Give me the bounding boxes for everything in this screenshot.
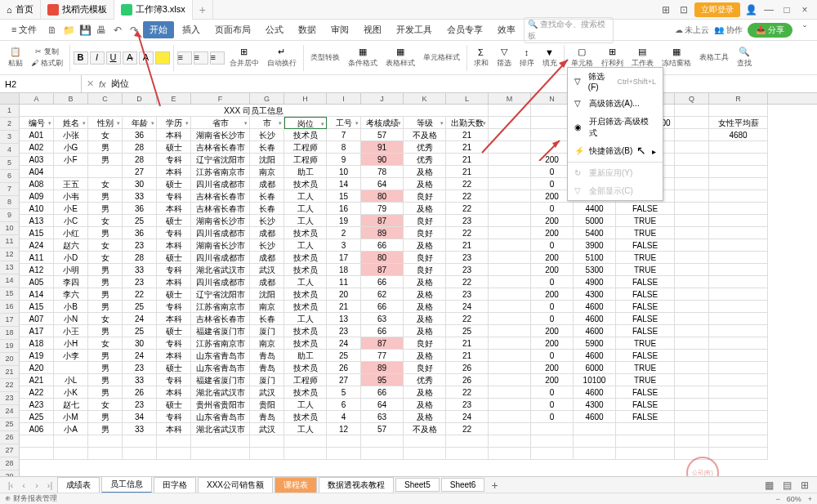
data-cell[interactable]: 21 — [446, 350, 489, 362]
data-cell[interactable]: 本科 — [157, 386, 191, 399]
data-cell[interactable]: 80 — [361, 190, 404, 203]
data-cell[interactable] — [489, 215, 531, 227]
sheet-tab-2[interactable]: 员工信息 — [101, 476, 152, 493]
data-cell[interactable]: 男 — [88, 325, 123, 337]
select-all[interactable] — [0, 93, 20, 104]
data-cell[interactable]: 南京 — [250, 166, 284, 178]
data-cell[interactable]: 女 — [88, 239, 123, 252]
data-cell[interactable]: 本科 — [157, 350, 191, 362]
data-cell[interactable]: 8 — [327, 141, 361, 154]
data-cell[interactable]: 小红 — [54, 227, 88, 239]
data-cell[interactable]: 25 — [123, 215, 157, 227]
data-cell[interactable]: 200 — [531, 288, 574, 301]
data-cell[interactable]: 30 — [123, 337, 157, 350]
row-header[interactable]: 22 — [0, 379, 20, 392]
data-cell[interactable]: 沈阳 — [250, 154, 284, 166]
strike-button[interactable]: A̶ — [123, 51, 137, 65]
header-cell[interactable]: 学历 — [157, 117, 191, 129]
data-cell[interactable]: 23 — [327, 325, 361, 337]
data-cell[interactable]: 技术员 — [284, 129, 327, 141]
col-header-C[interactable]: C — [88, 93, 123, 104]
data-cell[interactable]: 0 — [531, 301, 574, 313]
data-cell[interactable]: 89 — [361, 362, 404, 374]
header-cell[interactable]: 编号 — [20, 117, 54, 129]
data-cell[interactable]: 男 — [88, 203, 123, 215]
data-cell[interactable]: 22 — [446, 227, 489, 239]
data-cell[interactable]: 及格 — [404, 301, 446, 313]
data-cell[interactable]: 15 — [327, 190, 361, 203]
data-cell[interactable]: 10 — [327, 166, 361, 178]
data-cell[interactable]: 4600 — [574, 313, 616, 325]
data-cell[interactable] — [675, 313, 709, 325]
data-cell[interactable]: 200 — [531, 215, 574, 227]
data-cell[interactable]: TRUE — [616, 264, 675, 276]
data-cell[interactable]: 本科 — [157, 166, 191, 178]
data-cell[interactable]: 28 — [123, 154, 157, 166]
row-header[interactable]: 7 — [0, 183, 20, 196]
data-cell[interactable]: 小G — [54, 141, 88, 154]
data-cell[interactable]: 18 — [327, 264, 361, 276]
tab-template[interactable]: 找稻壳模板 — [41, 0, 114, 20]
row-header[interactable]: 25 — [0, 418, 20, 431]
data-cell[interactable]: 小B — [54, 301, 88, 313]
menu-formula[interactable]: 公式 — [259, 21, 290, 38]
data-cell[interactable]: 66 — [361, 301, 404, 313]
data-cell[interactable]: A18 — [20, 337, 54, 350]
data-cell[interactable]: 20 — [327, 288, 361, 301]
tool-cond[interactable]: ▦条件格式 — [345, 47, 381, 69]
data-cell[interactable]: 硕士 — [157, 141, 191, 154]
data-cell[interactable]: 技术员 — [284, 325, 327, 337]
data-cell[interactable]: FALSE — [616, 399, 675, 411]
tool-paste[interactable]: 📋粘贴 — [5, 47, 26, 69]
data-cell[interactable]: 湖南省长沙市 — [191, 239, 250, 252]
data-cell[interactable]: 男 — [88, 374, 123, 386]
data-cell[interactable] — [709, 190, 768, 203]
tab-add[interactable]: + — [193, 0, 213, 20]
data-cell[interactable]: 长春 — [250, 313, 284, 325]
col-header-I[interactable]: I — [327, 93, 361, 104]
data-cell[interactable]: 4300 — [574, 399, 616, 411]
data-cell[interactable] — [675, 252, 709, 264]
data-cell[interactable]: 硕士 — [157, 252, 191, 264]
data-cell[interactable]: 青岛 — [250, 350, 284, 362]
data-cell[interactable]: 技术员 — [284, 252, 327, 264]
col-header-F[interactable]: F — [191, 93, 250, 104]
data-cell[interactable]: 3 — [327, 239, 361, 252]
col-header-G[interactable]: G — [250, 93, 284, 104]
data-cell[interactable]: 小A — [54, 423, 88, 435]
data-cell[interactable]: 福建省厦门市 — [191, 325, 250, 337]
data-cell[interactable]: 湖南省长沙市 — [191, 129, 250, 141]
tab-file[interactable]: 工作簿3.xlsx — [114, 0, 193, 20]
data-cell[interactable]: FALSE — [616, 350, 675, 362]
menu-file[interactable]: ≡ 文件 — [5, 21, 43, 38]
data-cell[interactable]: 64 — [361, 399, 404, 411]
data-cell[interactable]: 4680 — [709, 129, 768, 141]
data-cell[interactable] — [709, 166, 768, 178]
data-cell[interactable]: 36 — [123, 227, 157, 239]
underline-button[interactable]: U — [106, 51, 121, 65]
data-cell[interactable]: 专科 — [157, 374, 191, 386]
data-cell[interactable]: A05 — [20, 276, 54, 288]
zoom-out[interactable]: − — [775, 495, 779, 503]
data-cell[interactable]: 成都 — [250, 178, 284, 190]
tool-sum[interactable]: Σ求和 — [471, 47, 492, 69]
data-cell[interactable]: 23 — [446, 252, 489, 264]
row-header[interactable]: 4 — [0, 144, 20, 157]
col-header-L[interactable]: L — [446, 93, 489, 104]
data-cell[interactable]: A12 — [20, 264, 54, 276]
data-cell[interactable]: 长春 — [250, 141, 284, 154]
menu-dev[interactable]: 开发工具 — [390, 21, 439, 38]
data-cell[interactable]: 长沙 — [250, 129, 284, 141]
data-cell[interactable]: FALSE — [616, 301, 675, 313]
data-cell[interactable]: 湖北省武汉市 — [191, 386, 250, 399]
data-cell[interactable] — [675, 288, 709, 301]
tool-format[interactable]: 🖌 格式刷 — [31, 58, 63, 69]
data-cell[interactable]: 小张 — [54, 129, 88, 141]
sheet-tab-1[interactable]: 成绩表 — [57, 477, 100, 493]
header-cell[interactable]: 性别 — [88, 117, 123, 129]
data-cell[interactable]: 10100 — [574, 374, 616, 386]
data-cell[interactable]: 男 — [88, 154, 123, 166]
tool-merge[interactable]: ⊞合并居中 — [226, 47, 262, 69]
data-cell[interactable] — [489, 411, 531, 423]
data-cell[interactable]: 男 — [88, 362, 123, 374]
